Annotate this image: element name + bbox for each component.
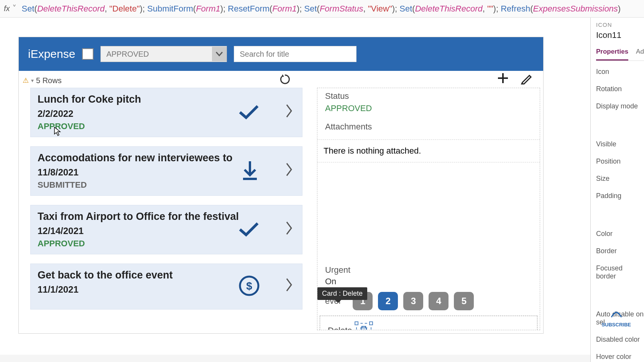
status-filter-dropdown[interactable]: APPROVED <box>100 46 227 62</box>
show-all-checkbox[interactable] <box>82 48 94 60</box>
chevron-down-icon <box>212 47 227 61</box>
prop-focused-border[interactable]: Focused border <box>596 264 644 280</box>
trash-icon[interactable] <box>356 323 371 330</box>
prop-rotation[interactable]: Rotation <box>596 85 644 93</box>
chevron-right-icon[interactable] <box>285 103 293 122</box>
prop-display-mode[interactable]: Display mode <box>596 102 644 110</box>
fx-dropdown-icon[interactable]: ˅ <box>12 4 16 14</box>
prop-size[interactable]: Size <box>596 175 644 183</box>
app-header: iExpense APPROVED <box>19 37 543 71</box>
download-icon <box>240 160 260 183</box>
chevron-down-icon[interactable]: ▾ <box>31 77 34 84</box>
detail-form: Status APPROVED Attachments There is not… <box>317 88 540 330</box>
list-scroll[interactable]: Lunch for Coke pitch2/2/2022APPROVEDAcco… <box>30 88 302 333</box>
formula-text[interactable]: Set(DeleteThisRecord, "Delete"); SubmitF… <box>22 4 621 14</box>
urgent-value: On <box>325 277 532 287</box>
app-title: iExpense <box>28 48 75 61</box>
panel-section-label: ICON <box>596 21 644 28</box>
attachments-label: Attachments <box>325 122 532 132</box>
search-input[interactable] <box>234 46 356 62</box>
canvas-area: iExpense APPROVED ⚠ ▾ 5 Rows Lunch for C… <box>0 18 590 355</box>
chevron-right-icon[interactable] <box>285 277 293 296</box>
list-item[interactable]: Lunch for Coke pitch2/2/2022APPROVED <box>30 88 302 137</box>
list-meta: ⚠ ▾ 5 Rows <box>19 71 310 90</box>
tab-properties[interactable]: Properties <box>596 46 628 61</box>
list-item[interactable]: Accomodations for new interviewees to11/… <box>30 146 302 196</box>
level-buttons: 12345 <box>353 292 474 310</box>
edit-icon[interactable] <box>520 72 533 88</box>
check-icon <box>238 103 260 122</box>
dollar-icon: $ <box>238 275 260 298</box>
prop-icon[interactable]: Icon <box>596 68 644 76</box>
chevron-right-icon[interactable] <box>285 162 293 180</box>
row-count: 5 Rows <box>36 76 62 85</box>
prop-disabled-color[interactable]: Disabled color <box>596 336 644 344</box>
expense-list-area: ⚠ ▾ 5 Rows Lunch for Coke pitch2/2/2022A… <box>19 71 310 333</box>
warning-icon: ⚠ <box>23 76 29 85</box>
attachments-box[interactable]: There is nothing attached. <box>317 139 540 162</box>
detail-area: Status APPROVED Attachments There is not… <box>310 71 543 333</box>
formula-bar: fx ˅ Set(DeleteThisRecord, "Delete"); Su… <box>0 0 644 18</box>
add-icon[interactable] <box>496 72 509 88</box>
control-name: Icon11 <box>596 30 644 40</box>
list-item[interactable]: Taxi from Airport to Office for the fest… <box>30 205 302 254</box>
attachments-card: Attachments <box>317 119 540 139</box>
level-button-3[interactable]: 3 <box>403 292 423 310</box>
svg-text:$: $ <box>246 280 252 292</box>
prop-color[interactable]: Color <box>596 230 644 238</box>
chevron-right-icon[interactable] <box>285 220 293 239</box>
prop-hover-color[interactable]: Hover color <box>596 353 644 361</box>
refresh-icon[interactable] <box>279 73 291 88</box>
subscribe-watermark: SUBSCRIBE <box>601 306 631 328</box>
attachments-value: There is nothing attached. <box>324 146 534 156</box>
status-filter-value: APPROVED <box>106 50 221 59</box>
level-button-4[interactable]: 4 <box>429 292 449 310</box>
level-button-5[interactable]: 5 <box>454 292 474 310</box>
delete-label: Delete <box>328 326 352 330</box>
prop-padding[interactable]: Padding <box>596 192 644 200</box>
item-status: APPROVED <box>38 239 295 249</box>
detail-toolbar <box>310 71 543 88</box>
prop-visible[interactable]: Visible <box>596 140 644 148</box>
fx-label: fx <box>4 4 10 13</box>
urgent-label: Urgent <box>325 265 532 275</box>
status-label: Status <box>325 91 532 101</box>
urgent-card: Urgent On <box>317 262 540 288</box>
list-item[interactable]: Get back to the office event11/1/2021$ <box>30 264 302 310</box>
item-status: APPROVED <box>38 121 295 131</box>
property-tabs: Properties Adva <box>596 46 644 61</box>
status-value: APPROVED <box>325 103 532 113</box>
tooltip-card-delete: Card : Delete <box>317 287 367 300</box>
app-artboard: iExpense APPROVED ⚠ ▾ 5 Rows Lunch for C… <box>18 37 544 334</box>
check-icon <box>238 220 260 239</box>
tab-advanced[interactable]: Adva <box>636 46 644 61</box>
prop-border[interactable]: Border <box>596 247 644 255</box>
level-card: Card : Delete evel 12345 <box>317 288 540 314</box>
level-button-2[interactable]: 2 <box>378 292 398 310</box>
spacer <box>317 162 540 262</box>
delete-card[interactable]: Delete <box>320 316 537 330</box>
subscribe-text: SUBSCRIBE <box>601 322 631 328</box>
prop-position[interactable]: Position <box>596 157 644 165</box>
status-card: Status APPROVED <box>317 88 540 119</box>
